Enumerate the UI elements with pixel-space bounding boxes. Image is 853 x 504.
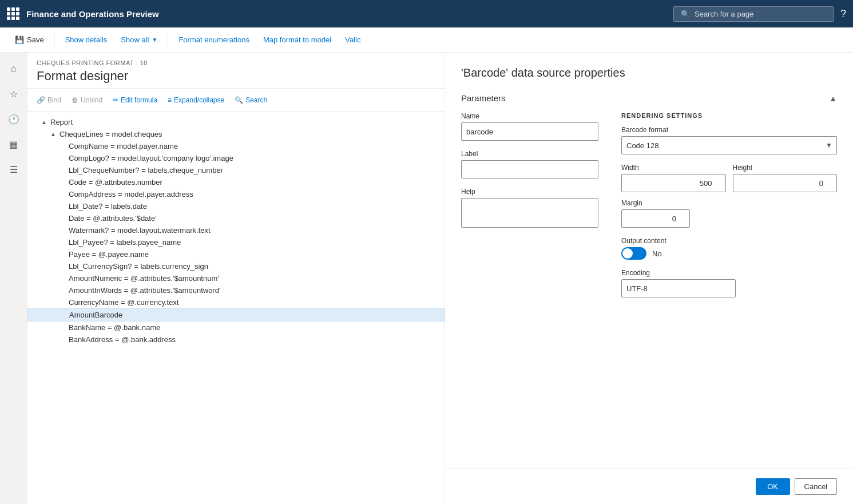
cancel-button[interactable]: Cancel: [795, 478, 837, 495]
tree-item-report[interactable]: ▲ Report: [27, 116, 445, 128]
map-format-to-model-button[interactable]: Map format to model: [257, 32, 337, 47]
sidebar-item-list[interactable]: ☰: [2, 158, 25, 181]
tree-item-date[interactable]: Date = @.attributes.'$date': [27, 212, 445, 224]
tree-item-amountnumeric[interactable]: AmountNumeric = @.attributes.'$amountnum…: [27, 272, 445, 284]
ok-button[interactable]: OK: [756, 478, 790, 495]
two-col-layout: Name Label Help RENDERING SETTINGS: [461, 112, 837, 307]
label-field-group: Label: [461, 150, 598, 178]
rendering-settings-title: RENDERING SETTINGS: [621, 112, 837, 119]
name-input[interactable]: [461, 122, 598, 141]
main-toolbar: 💾 Save Show details Show all ▼ Format en…: [0, 27, 853, 53]
unbind-label: Unbind: [81, 96, 102, 104]
search-placeholder: Search for a page: [695, 10, 753, 18]
unbind-icon: 🗑: [72, 96, 78, 104]
save-button[interactable]: 💾 Save: [9, 32, 50, 47]
tree-item-amountinwords[interactable]: AmountInWords = @.attributes.'$amountwor…: [27, 284, 445, 296]
tree-item-bankname[interactable]: BankName = @.bank.name: [27, 322, 445, 334]
encoding-input[interactable]: [621, 279, 736, 297]
height-input[interactable]: [733, 174, 838, 192]
tree-item-watermark[interactable]: Watermark? = model.layout.watermark.text: [27, 224, 445, 236]
toolbar-divider-1: [54, 33, 55, 47]
name-field-group: Name: [461, 112, 598, 141]
output-content-toggle[interactable]: [621, 247, 646, 260]
left-column: Name Label Help: [461, 112, 598, 307]
margin-input[interactable]: [621, 209, 690, 228]
barcode-format-field-group: Barcode format Code 128 QR Code EAN-13 E…: [621, 126, 837, 154]
show-all-label: Show all: [121, 35, 149, 44]
expand-collapse-button[interactable]: ≡ Expand/collapse: [163, 93, 229, 107]
barcode-format-select[interactable]: Code 128 QR Code EAN-13 EAN-8 PDF417: [621, 136, 837, 154]
left-sidebar: ⌂ ☆ 🕐 ▦ ☰: [0, 53, 27, 504]
parameters-section-header: Parameters ▲: [461, 93, 837, 103]
sidebar-item-favorites[interactable]: ☆: [2, 82, 25, 105]
map-format-to-model-label: Map format to model: [263, 35, 331, 44]
top-navigation: Finance and Operations Preview 🔍 Search …: [0, 0, 853, 27]
sidebar-item-calendar[interactable]: ▦: [2, 133, 25, 156]
properties-footer: OK Cancel: [445, 469, 853, 504]
save-label: Save: [27, 35, 44, 44]
expand-icon-chequelines: ▲: [50, 131, 59, 137]
tree-item-currencyname[interactable]: CurrencyName = @.currency.text: [27, 296, 445, 308]
width-field-group: Width: [621, 164, 726, 192]
barcode-format-label: Barcode format: [621, 126, 837, 134]
width-input[interactable]: [621, 174, 726, 192]
tree-item-code[interactable]: Code = @.attributes.number: [27, 176, 445, 188]
barcode-format-select-wrapper: Code 128 QR Code EAN-13 EAN-8 PDF417 ▼: [621, 136, 837, 154]
tree-item-lbldate[interactable]: Lbl_Date? = labels.date: [27, 200, 445, 212]
format-enumerations-label: Format enumerations: [178, 35, 249, 44]
show-details-label: Show details: [65, 35, 108, 44]
edit-formula-icon: ✏: [113, 96, 118, 104]
sidebar-item-home[interactable]: ⌂: [2, 57, 25, 80]
tree-item-payee[interactable]: Payee = @.payee.name: [27, 248, 445, 260]
format-enumerations-button[interactable]: Format enumerations: [173, 32, 255, 47]
tree-item-chequelines[interactable]: ▲ ChequeLines = model.cheques: [27, 128, 445, 140]
format-tree: ▲ Report ▲ ChequeLines = model.cheques C…: [27, 112, 445, 504]
save-icon: 💾: [15, 35, 24, 44]
sidebar-item-history[interactable]: 🕐: [2, 108, 25, 130]
tree-item-compname[interactable]: CompName = model.payer.name: [27, 140, 445, 152]
show-all-button[interactable]: Show all ▼: [115, 32, 163, 47]
properties-panel: 'Barcode' data source properties Paramet…: [445, 53, 853, 469]
tree-item-bankaddress[interactable]: BankAddress = @.bank.address: [27, 334, 445, 346]
collapse-button[interactable]: ▲: [829, 94, 837, 103]
search-label: Search: [245, 96, 267, 104]
width-height-fields: Width Height: [621, 164, 837, 192]
right-wrapper: 'Barcode' data source properties Paramet…: [445, 53, 853, 504]
tree-item-compaddress[interactable]: CompAddress = model.payer.address: [27, 188, 445, 200]
help-icon[interactable]: ?: [840, 8, 846, 20]
toolbar-divider-2: [168, 33, 168, 47]
valid-button[interactable]: Valic: [339, 32, 366, 47]
tree-item-amountbarcode[interactable]: AmountBarcode: [27, 308, 445, 322]
app-grid-icon[interactable]: [7, 7, 19, 20]
tree-item-lblpayee[interactable]: Lbl_Payee? = labels.payee_name: [27, 236, 445, 248]
help-field-group: Help: [461, 188, 598, 229]
unbind-button[interactable]: 🗑 Unbind: [67, 93, 107, 107]
help-label: Help: [461, 188, 598, 196]
search-button[interactable]: 🔍 Search: [230, 93, 272, 107]
height-label: Height: [733, 164, 838, 172]
label-input[interactable]: [461, 160, 598, 178]
tree-item-complogo[interactable]: CompLogo? = model.layout.'company logo'.…: [27, 152, 445, 164]
name-label: Name: [461, 112, 598, 120]
output-content-label: Output content: [621, 237, 837, 245]
label-label: Label: [461, 150, 598, 158]
main-content: ⌂ ☆ 🕐 ▦ ☰ CHEQUES PRINTING FORMAT : 10 F…: [0, 53, 853, 504]
show-details-button[interactable]: Show details: [59, 32, 113, 47]
search-icon-dt: 🔍: [235, 96, 243, 104]
designer-panel: CHEQUES PRINTING FORMAT : 10 Format desi…: [27, 53, 445, 504]
margin-label: Margin: [621, 199, 837, 207]
bind-button[interactable]: 🔗 Bind: [32, 93, 66, 107]
app-title: Finance and Operations Preview: [26, 9, 666, 19]
page-title: Format designer: [37, 69, 435, 84]
help-textarea[interactable]: [461, 198, 598, 228]
global-search-bar[interactable]: 🔍 Search for a page: [673, 6, 834, 22]
tree-item-lblcurrencysign[interactable]: Lbl_CurrencySign? = labels.currency_sign: [27, 260, 445, 272]
toggle-knob: [622, 248, 633, 259]
encoding-field-group: Encoding: [621, 269, 837, 297]
properties-title: 'Barcode' data source properties: [461, 66, 837, 80]
height-field-group: Height: [733, 164, 838, 192]
tree-item-lblchequenumber[interactable]: Lbl_ChequeNumber? = labels.cheque_number: [27, 164, 445, 176]
edit-formula-button[interactable]: ✏ Edit formula: [108, 93, 162, 107]
right-column: RENDERING SETTINGS Barcode format Code 1…: [621, 112, 837, 307]
expand-icon-report: ▲: [41, 119, 50, 125]
